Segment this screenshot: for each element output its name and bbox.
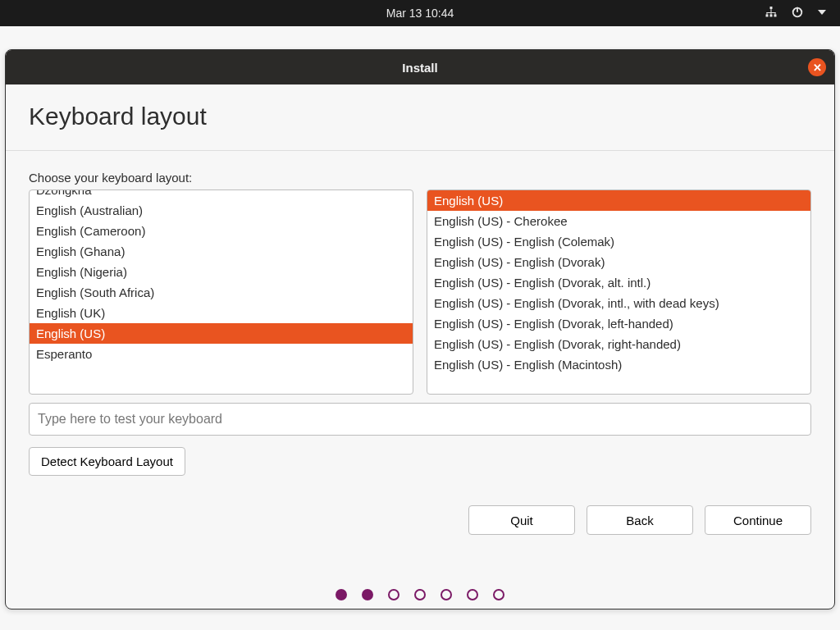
quit-button[interactable]: Quit	[468, 505, 575, 535]
clock: Mar 13 10:44	[386, 7, 454, 20]
detect-layout-button[interactable]: Detect Keyboard Layout	[29, 447, 185, 476]
page-title: Keyboard layout	[29, 103, 811, 130]
list-item[interactable]: English (US) - English (Macintosh)	[427, 354, 810, 375]
list-item[interactable]: English (US) - English (Dvorak, left-han…	[427, 313, 810, 334]
list-item[interactable]: English (US)	[30, 323, 413, 344]
progress-dot	[467, 589, 478, 600]
power-icon[interactable]	[791, 6, 804, 21]
installer-window: Install ✕ Keyboard layout Choose your ke…	[5, 49, 835, 609]
svg-rect-10	[797, 7, 798, 11]
progress-dot	[441, 589, 452, 600]
page-content: Keyboard layout Choose your keyboard lay…	[6, 84, 834, 609]
list-item[interactable]: English (US) - English (Dvorak, right-ha…	[427, 334, 810, 354]
progress-dots	[29, 589, 811, 600]
keyboard-test-input[interactable]	[29, 403, 811, 436]
list-item[interactable]: English (US) - English (Colemak)	[427, 231, 810, 252]
window-titlebar: Install ✕	[6, 50, 834, 84]
close-icon: ✕	[813, 62, 822, 73]
system-tray	[765, 6, 827, 21]
svg-rect-8	[775, 12, 776, 15]
svg-marker-11	[818, 10, 826, 15]
svg-rect-0	[770, 7, 773, 9]
variants-listbox[interactable]: English (US)English (US) - CherokeeEngli…	[427, 189, 811, 395]
list-item[interactable]: English (UK)	[30, 303, 413, 323]
list-item[interactable]: Dzongkha	[30, 189, 413, 200]
system-topbar: Mar 13 10:44	[0, 0, 840, 26]
divider	[6, 150, 834, 151]
network-icon[interactable]	[765, 6, 778, 21]
progress-dot	[336, 589, 347, 600]
progress-dot	[362, 589, 373, 600]
svg-rect-7	[771, 12, 772, 15]
progress-dot	[388, 589, 399, 600]
list-item[interactable]: English (US)	[427, 190, 810, 211]
list-item[interactable]: English (South Africa)	[30, 282, 413, 303]
back-button[interactable]: Back	[587, 505, 693, 535]
list-item[interactable]: English (US) - English (Dvorak, intl., w…	[427, 293, 810, 313]
list-item[interactable]: English (US) - English (Dvorak, alt. int…	[427, 272, 810, 293]
layout-prompt: Choose your keyboard layout:	[29, 171, 811, 185]
list-item[interactable]: English (Ghana)	[30, 241, 413, 262]
list-item[interactable]: Esperanto	[30, 344, 413, 364]
continue-button[interactable]: Continue	[705, 505, 811, 535]
list-item[interactable]: English (Cameroon)	[30, 221, 413, 241]
list-item[interactable]: English (Australian)	[30, 200, 413, 221]
layouts-listbox[interactable]: DzongkhaEnglish (Australian)English (Cam…	[29, 189, 413, 395]
nav-buttons: Quit Back Continue	[29, 505, 811, 535]
window-close-button[interactable]: ✕	[808, 58, 826, 76]
list-item[interactable]: English (US) - Cherokee	[427, 211, 810, 231]
chevron-down-icon[interactable]	[817, 7, 827, 20]
svg-rect-6	[767, 12, 768, 15]
list-item[interactable]: English (Nigeria)	[30, 262, 413, 282]
list-item[interactable]: English (US) - English (Dvorak)	[427, 252, 810, 272]
progress-dot	[493, 589, 504, 600]
layout-lists: DzongkhaEnglish (Australian)English (Cam…	[29, 189, 811, 395]
window-title: Install	[402, 61, 437, 75]
svg-rect-4	[771, 9, 772, 12]
progress-dot	[414, 589, 426, 600]
